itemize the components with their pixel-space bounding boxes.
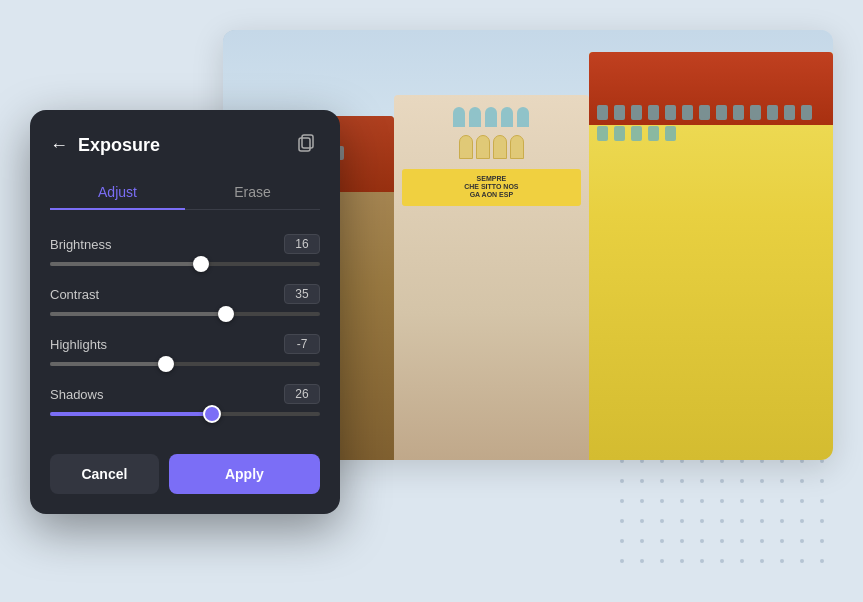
contrast-value[interactable]: 35 [284, 284, 320, 304]
brightness-slider-row: Brightness 16 [50, 234, 320, 266]
shadows-label: Shadows [50, 387, 103, 402]
building-right [589, 52, 833, 461]
apply-button[interactable]: Apply [169, 454, 320, 494]
brightness-label: Brightness [50, 237, 111, 252]
shadows-value[interactable]: 26 [284, 384, 320, 404]
highlights-label: Highlights [50, 337, 107, 352]
back-button[interactable]: ← Exposure [50, 135, 160, 156]
panel-header: ← Exposure [30, 110, 340, 176]
highlights-track[interactable] [50, 362, 320, 366]
shadows-fill [50, 412, 212, 416]
contrast-label: Contrast [50, 287, 99, 302]
highlights-value[interactable]: -7 [284, 334, 320, 354]
shadows-slider-row: Shadows 26 [50, 384, 320, 416]
contrast-fill [50, 312, 226, 316]
back-arrow-icon: ← [50, 135, 68, 156]
copy-icon [298, 134, 316, 152]
shadows-track[interactable] [50, 412, 320, 416]
shadows-label-row: Shadows 26 [50, 384, 320, 404]
highlights-thumb[interactable] [158, 356, 174, 372]
contrast-label-row: Contrast 35 [50, 284, 320, 304]
tab-erase[interactable]: Erase [185, 176, 320, 210]
brightness-label-row: Brightness 16 [50, 234, 320, 254]
brightness-track[interactable] [50, 262, 320, 266]
contrast-slider-row: Contrast 35 [50, 284, 320, 316]
dot-pattern: const dp = document.querySelector('.dot-… [613, 452, 833, 572]
svg-rect-1 [299, 138, 310, 151]
contrast-thumb[interactable] [218, 306, 234, 322]
contrast-track[interactable] [50, 312, 320, 316]
tab-adjust[interactable]: Adjust [50, 176, 185, 210]
buttons-row: Cancel Apply [30, 450, 340, 514]
svg-rect-0 [302, 135, 313, 148]
cancel-button[interactable]: Cancel [50, 454, 159, 494]
exposure-panel: ← Exposure Adjust Erase Brightness 16 [30, 110, 340, 514]
shadows-thumb[interactable] [203, 405, 221, 423]
highlights-fill [50, 362, 166, 366]
building-center: SEMPRECHE SITTO NOSGA AON ESP [394, 95, 589, 461]
brightness-fill [50, 262, 201, 266]
tabs-container: Adjust Erase [50, 176, 320, 210]
highlights-slider-row: Highlights -7 [50, 334, 320, 366]
brightness-value[interactable]: 16 [284, 234, 320, 254]
brightness-thumb[interactable] [193, 256, 209, 272]
panel-options-button[interactable] [294, 130, 320, 160]
sliders-area: Brightness 16 Contrast 35 Highlights [30, 226, 340, 450]
highlights-label-row: Highlights -7 [50, 334, 320, 354]
panel-title: Exposure [78, 135, 160, 156]
